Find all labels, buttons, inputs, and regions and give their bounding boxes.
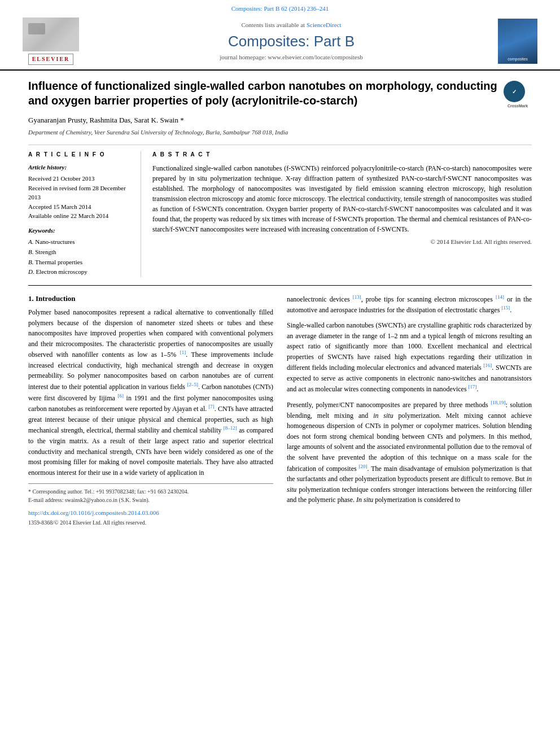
authors-text: Gyanaranjan Prusty, Rashmita Das, Sarat … bbox=[28, 116, 184, 124]
article-info: A R T I C L E I N F O Article history: R… bbox=[28, 151, 141, 277]
revised-date: Received in revised form 28 December 201… bbox=[28, 184, 133, 202]
keyword-4: D. Electron microscopy bbox=[28, 267, 133, 277]
body-left-col: 1. Introduction Polymer based nanocompos… bbox=[28, 294, 273, 527]
body-content: 1. Introduction Polymer based nanocompos… bbox=[28, 294, 532, 527]
journal-main-title: Composites: Part B bbox=[85, 31, 498, 51]
right-paragraph-2: Single-walled carbon nanotubes (SWCNTs) … bbox=[287, 320, 532, 395]
journal-header: Composites: Part B 62 (2014) 236–241 ELS… bbox=[0, 0, 560, 71]
footnote-corresponding: * Corresponding author. Tel.: +91 993708… bbox=[28, 487, 273, 496]
keywords-section: Keywords: A. Nano-structures B. Strength… bbox=[28, 226, 133, 277]
elsevier-logo-area: ELSEVIER bbox=[17, 18, 85, 65]
elsevier-wordmark: ELSEVIER bbox=[28, 54, 74, 65]
issn-line: 1359-8368/© 2014 Elsevier Ltd. All right… bbox=[28, 518, 273, 527]
intro-paragraph-1: Polymer based nanocomposites represent a… bbox=[28, 307, 273, 478]
doi-bar: http://dx.doi.org/10.1016/j.compositesb.… bbox=[28, 508, 273, 518]
abstract-col: A B S T R A C T Functionalized single-wa… bbox=[152, 151, 532, 277]
history-label: Article history: bbox=[28, 163, 133, 172]
crossmark-area: ✓ CrossMark bbox=[504, 81, 532, 108]
right-paragraph-1: nanoelectronic devices [13], probe tips … bbox=[287, 294, 532, 316]
contents-line: Contents lists available at ScienceDirec… bbox=[85, 21, 498, 29]
article-history: Article history: Received 21 October 201… bbox=[28, 163, 133, 221]
contents-text: Contents lists available at bbox=[241, 21, 305, 28]
journal-title-area: Contents lists available at ScienceDirec… bbox=[85, 21, 498, 62]
copyright-line: © 2014 Elsevier Ltd. All rights reserved… bbox=[152, 238, 532, 246]
section-divider bbox=[28, 285, 532, 286]
footnotes: * Corresponding author. Tel.: +91 993708… bbox=[28, 483, 273, 526]
keyword-1: A. Nano-structures bbox=[28, 237, 133, 247]
intro-heading: 1. Introduction bbox=[28, 294, 273, 304]
journal-branding: ELSEVIER Contents lists available at Sci… bbox=[11, 15, 549, 67]
accepted-date: Accepted 15 March 2014 bbox=[28, 202, 133, 212]
right-paragraph-3: Presently, polymer/CNT nanocomposites ar… bbox=[287, 399, 532, 505]
paper-title-text: Influence of functionalized single-walle… bbox=[28, 78, 498, 108]
elsevier-image bbox=[23, 18, 79, 51]
abstract-text: Functionalized single-walled carbon nano… bbox=[152, 163, 532, 234]
paper-title-area: Influence of functionalized single-walle… bbox=[28, 78, 532, 108]
crossmark-label: CrossMark bbox=[504, 103, 532, 108]
authors-line: Gyanaranjan Prusty, Rashmita Das, Sarat … bbox=[28, 115, 532, 125]
keywords-label: Keywords: bbox=[28, 226, 133, 235]
article-info-label: A R T I C L E I N F O bbox=[28, 151, 133, 159]
footnote-email: E-mail address: swainsk2@yahoo.co.in (S.… bbox=[28, 496, 273, 504]
keyword-2: B. Strength bbox=[28, 247, 133, 257]
composites-cover: composites bbox=[498, 19, 543, 64]
available-date: Available online 22 March 2014 bbox=[28, 211, 133, 221]
abstract-label: A B S T R A C T bbox=[152, 151, 532, 159]
journal-homepage: journal homepage: www.elsevier.com/locat… bbox=[85, 53, 498, 62]
received-date: Received 21 October 2013 bbox=[28, 174, 133, 184]
journal-citation: Composites: Part B 62 (2014) 236–241 bbox=[11, 5, 549, 13]
composites-cover-label: composites bbox=[508, 56, 527, 62]
sciencedirect-link[interactable]: ScienceDirect bbox=[307, 21, 342, 28]
keyword-3: B. Thermal properties bbox=[28, 257, 133, 268]
doi-link[interactable]: http://dx.doi.org/10.1016/j.compositesb.… bbox=[28, 509, 159, 516]
affiliation: Department of Chemistry, Veer Surendra S… bbox=[28, 128, 532, 137]
paper-content: Influence of functionalized single-walle… bbox=[0, 71, 560, 538]
crossmark-icon: ✓ bbox=[504, 81, 525, 102]
body-right-col: nanoelectronic devices [13], probe tips … bbox=[287, 294, 532, 527]
info-abstract-area: A R T I C L E I N F O Article history: R… bbox=[28, 145, 532, 277]
composites-cover-image: composites bbox=[498, 19, 537, 64]
